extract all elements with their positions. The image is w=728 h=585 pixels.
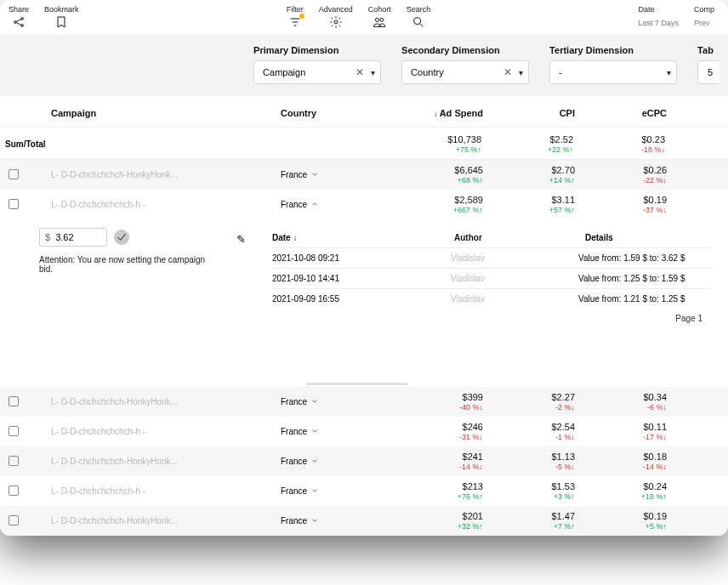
chevron-down-icon — [310, 486, 319, 497]
clear-primary-icon[interactable]: ✕ — [355, 66, 364, 78]
tertiary-dim-select[interactable]: - ▾ — [549, 60, 677, 84]
country-cell[interactable]: France — [281, 486, 391, 497]
tab-value: 5 — [708, 67, 713, 77]
ecpc-delta: -6 %↓ — [647, 403, 667, 412]
clear-secondary-icon[interactable]: ✕ — [503, 66, 512, 78]
ecpc-value: $0.26 — [643, 165, 667, 175]
bid-value-field[interactable] — [55, 232, 89, 242]
country-cell[interactable]: France — [281, 516, 391, 526]
cpi-delta: -2 %↓ — [555, 403, 575, 412]
row-checkbox[interactable] — [9, 515, 19, 525]
cpi-value: $1.53 — [551, 481, 575, 491]
row-checkbox[interactable] — [9, 456, 19, 466]
ecpc-value: $0.11 — [643, 422, 667, 432]
adspend-value: $399 — [463, 392, 483, 402]
bid-editor-panel: $ Attention: You are now setting the cam… — [0, 219, 728, 330]
country-cell[interactable]: France — [281, 397, 391, 407]
confirm-bid-button[interactable] — [114, 230, 129, 245]
share-button[interactable]: Share — [9, 5, 29, 29]
cohort-button[interactable]: Cohort — [368, 5, 391, 29]
search-button[interactable]: Search — [407, 5, 431, 29]
table-row[interactable]: L- D-D-chchchchch-HonkyHonk... France $3… — [0, 387, 728, 417]
row-checkbox[interactable] — [9, 486, 19, 496]
filter-button[interactable]: Filter — [287, 5, 304, 29]
audit-details: Value from: 1.25 $ to: 1.59 $ — [578, 274, 711, 283]
row-checkbox[interactable] — [9, 199, 19, 209]
svg-point-3 — [334, 20, 338, 24]
col-campaign[interactable]: Campaign — [51, 108, 281, 118]
audit-col-date[interactable]: Date ↓ — [272, 233, 451, 242]
ecpc-delta: +18 %↑ — [641, 492, 667, 501]
ecpc-value: $0.24 — [643, 481, 667, 491]
secondary-dim-select[interactable]: Country ✕ ▾ — [401, 60, 529, 84]
table-row[interactable]: L- D-D-chchchchchch-h - France $213+76 %… — [0, 476, 728, 506]
audit-details: Value from: 1.59 $ to: 3.62 $ — [578, 253, 711, 263]
country-cell[interactable]: France — [281, 200, 391, 210]
table-row[interactable]: L- D-D-chchchchch-HonkyHonk... France $2… — [0, 506, 728, 536]
tab-label: Tab — [697, 45, 719, 55]
col-cpi[interactable]: CPI — [483, 108, 575, 118]
advanced-label: Advanced — [319, 5, 353, 14]
audit-col-author[interactable]: Author — [454, 233, 582, 242]
country-cell[interactable]: France — [281, 427, 391, 437]
row-checkbox[interactable] — [9, 426, 19, 436]
row-checkbox[interactable] — [9, 396, 19, 406]
bookmark-label: Bookmark — [44, 5, 79, 14]
col-ecpc[interactable]: eCPC — [575, 108, 667, 118]
adspend-value: $201 — [463, 511, 483, 521]
table-row[interactable]: L- D-D-chchchchchch-h - France $2,589+66… — [0, 190, 728, 219]
country-cell[interactable]: France — [281, 457, 391, 467]
adspend-delta: +667 %↑ — [453, 206, 483, 214]
cpi-value: $2.54 — [551, 422, 575, 432]
row-checkbox[interactable] — [9, 169, 19, 179]
advanced-button[interactable]: Advanced — [319, 5, 353, 29]
tertiary-dim-label: Tertiary Dimension — [549, 45, 677, 55]
adspend-delta: +68 %↑ — [458, 176, 483, 185]
secondary-dim-label: Secondary Dimension — [401, 45, 529, 55]
cpi-delta: +3 %↑ — [554, 492, 575, 501]
date-value: Last 7 Days — [638, 19, 679, 27]
svg-point-2 — [21, 25, 24, 27]
bid-input[interactable]: $ — [39, 228, 107, 247]
cpi-delta: +14 %↑ — [549, 176, 575, 185]
date-picker[interactable]: Date Last 7 Days — [638, 5, 679, 27]
svg-point-6 — [414, 18, 421, 25]
cpi-delta: -1 %↓ — [555, 433, 575, 441]
share-icon — [12, 15, 26, 29]
audit-author: Vladislav — [451, 253, 578, 263]
bookmark-button[interactable]: Bookmark — [44, 5, 79, 29]
edit-icon[interactable]: ✎ — [236, 233, 246, 246]
table-row[interactable]: L- D-D-chchchchchch-h - France $246-31 %… — [0, 417, 728, 446]
cohort-label: Cohort — [368, 5, 391, 14]
audit-col-details[interactable]: Details — [585, 233, 711, 242]
chevron-down-icon — [310, 427, 319, 437]
table-row[interactable]: L- D-D-chchchchch-HonkyHonk... France $2… — [0, 446, 728, 476]
ecpc-value: $0.34 — [643, 392, 667, 402]
adspend-value: $241 — [463, 452, 483, 462]
audit-row: 2021-10-08 09:21 Vladislav Value from: 1… — [272, 247, 711, 268]
country-cell[interactable]: France — [281, 170, 391, 180]
search-label: Search — [407, 5, 431, 14]
horizontal-scrollbar[interactable] — [306, 383, 408, 386]
primary-dim-select[interactable]: Campaign ✕ ▾ — [253, 60, 381, 84]
col-adspend[interactable]: ↓Ad Spend — [391, 108, 483, 118]
campaign-name: L- D-D-chchchchchch-h - — [51, 427, 281, 436]
date-label: Date — [638, 5, 654, 14]
audit-pager[interactable]: Page 1 — [272, 309, 711, 323]
audit-author: Vladislav — [451, 274, 578, 283]
adspend-delta: -31 %↓ — [459, 433, 483, 441]
people-icon — [373, 15, 386, 29]
audit-date: 2021-09-09 16:55 — [272, 294, 451, 304]
chevron-down-icon: ▾ — [371, 68, 375, 77]
col-country[interactable]: Country — [281, 108, 391, 118]
campaign-name: L- D-D-chchchchchch-h - — [51, 486, 281, 496]
cpi-value: $2.27 — [551, 392, 575, 402]
campaign-name: L- D-D-chchchchch-HonkyHonk... — [51, 170, 281, 179]
table-row[interactable]: L- D-D-chchchchch-HonkyHonk... France $6… — [0, 160, 728, 190]
tab-select[interactable]: 5 — [697, 60, 719, 84]
compare-picker[interactable]: Comp Prev — [694, 5, 719, 27]
cpi-value: $2.70 — [551, 165, 575, 175]
ecpc-delta: +5 %↑ — [646, 522, 667, 531]
chevron-down-icon: ▾ — [667, 68, 671, 77]
svg-point-4 — [376, 18, 379, 21]
